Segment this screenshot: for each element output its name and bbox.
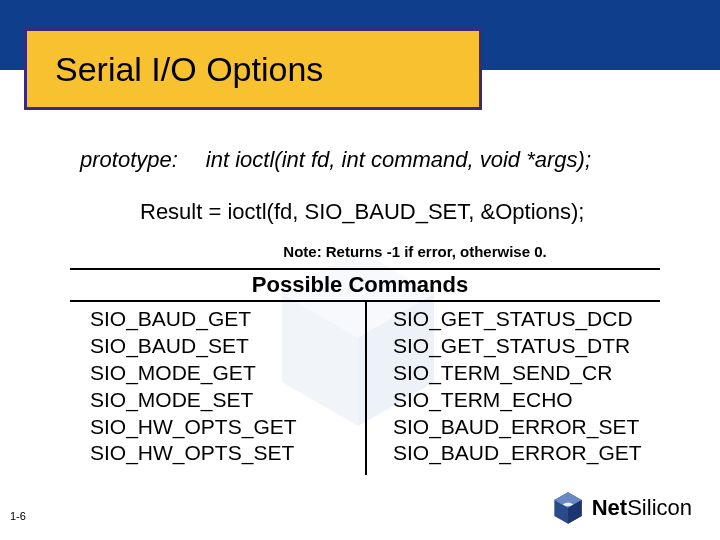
command-item: SIO_TERM_ECHO: [393, 387, 650, 414]
logo-text-net: Net: [592, 495, 627, 520]
logo-text: NetSilicon: [592, 495, 692, 521]
command-item: SIO_MODE_GET: [90, 360, 355, 387]
logo-icon: [550, 490, 586, 526]
command-item: SIO_BAUD_GET: [90, 306, 355, 333]
command-item: SIO_BAUD_ERROR_GET: [393, 440, 650, 467]
command-item: SIO_BAUD_SET: [90, 333, 355, 360]
logo-text-silicon: Silicon: [627, 495, 692, 520]
command-item: SIO_GET_STATUS_DTR: [393, 333, 650, 360]
command-item: SIO_BAUD_ERROR_SET: [393, 414, 650, 441]
footer-logo: NetSilicon: [550, 490, 692, 526]
page-number: 1-6: [10, 510, 26, 522]
prototype-label: prototype:: [80, 147, 178, 173]
command-item: SIO_HW_OPTS_SET: [90, 440, 355, 467]
return-note: Note: Returns -1 if error, otherwise 0.: [40, 243, 680, 260]
example-call: Result = ioctl(fd, SIO_BAUD_SET, &Option…: [40, 199, 680, 225]
command-item: SIO_TERM_SEND_CR: [393, 360, 650, 387]
slide-content: prototype: int ioctl(int fd, int command…: [0, 135, 720, 475]
commands-table: SIO_BAUD_GET SIO_BAUD_SET SIO_MODE_GET S…: [70, 302, 660, 475]
commands-col-right: SIO_GET_STATUS_DCD SIO_GET_STATUS_DTR SI…: [365, 302, 660, 475]
command-item: SIO_HW_OPTS_GET: [90, 414, 355, 441]
slide-title-box: Serial I/O Options: [24, 28, 482, 110]
vertical-divider: [365, 302, 367, 475]
slide-title: Serial I/O Options: [55, 50, 323, 89]
commands-col-left: SIO_BAUD_GET SIO_BAUD_SET SIO_MODE_GET S…: [70, 302, 365, 475]
command-item: SIO_GET_STATUS_DCD: [393, 306, 650, 333]
divider-top: [70, 268, 660, 270]
commands-header: Possible Commands: [40, 272, 680, 298]
command-item: SIO_MODE_SET: [90, 387, 355, 414]
prototype-signature: int ioctl(int fd, int command, void *arg…: [206, 147, 591, 173]
prototype-row: prototype: int ioctl(int fd, int command…: [40, 147, 680, 173]
